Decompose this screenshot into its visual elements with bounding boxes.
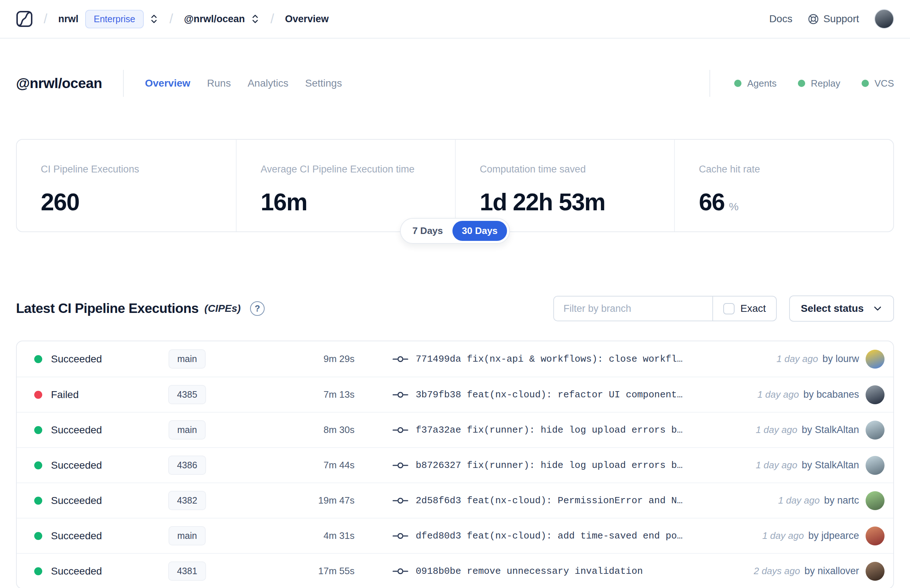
author-name: by nartc — [824, 495, 859, 506]
exact-checkbox[interactable] — [723, 303, 735, 314]
author-avatar[interactable] — [866, 385, 884, 404]
branch-badge[interactable]: main — [168, 349, 206, 368]
tab-settings[interactable]: Settings — [305, 78, 342, 89]
commit-cell[interactable]: b8726327 fix(runner): hide log upload er… — [393, 460, 756, 471]
status-select-dropdown[interactable]: Select status — [789, 296, 894, 321]
status-label: Succeeded — [51, 530, 102, 542]
table-row[interactable]: Succeeded 4382 19m 47s 2d58f6d3 feat(nx-… — [17, 483, 893, 518]
breadcrumb-page: Overview — [285, 13, 329, 25]
branch-badge[interactable]: main — [168, 420, 206, 439]
stat-value: 66% — [699, 188, 893, 216]
commit-cell[interactable]: 0918b0be remove unnecessary invalidation — [393, 566, 754, 577]
status-cell: Succeeded — [34, 460, 154, 471]
duration-cell: 19m 47s — [220, 495, 354, 506]
branch-badge[interactable]: main — [168, 526, 206, 546]
tab-analytics[interactable]: Analytics — [247, 78, 288, 89]
docs-link[interactable]: Docs — [769, 13, 792, 25]
breadcrumb-separator: / — [270, 11, 274, 27]
table-row[interactable]: Succeeded main 4m 31s dfed80d3 feat(nx-c… — [17, 518, 893, 553]
workspace-switcher-icon[interactable] — [251, 13, 260, 24]
range-30-days-button[interactable]: 30 Days — [453, 221, 507, 241]
range-7-days-button[interactable]: 7 Days — [403, 221, 453, 241]
branch-cell: 4386 — [154, 456, 220, 475]
chevron-down-icon — [873, 304, 883, 313]
meta-cell: 1 day ago by lourw — [776, 350, 884, 368]
status-label: Succeeded — [51, 424, 102, 436]
nx-cloud-logo-icon[interactable] — [16, 11, 33, 27]
breadcrumb-workspace[interactable]: @nrwl/ocean — [184, 13, 245, 25]
help-icon[interactable]: ? — [250, 301, 265, 316]
branch-cell: main — [154, 526, 220, 546]
status-vcs: VCS — [862, 78, 894, 89]
status-cell: Succeeded — [34, 530, 154, 542]
commit-cell[interactable]: 3b79fb38 feat(nx-cloud): refactor UI com… — [393, 389, 758, 400]
stat-cache-hit-rate: Cache hit rate 66% — [674, 140, 893, 231]
commit-cell[interactable]: 2d58f6d3 feat(nx-cloud): PermissionError… — [393, 495, 778, 506]
git-commit-icon — [393, 354, 408, 364]
table-row[interactable]: Succeeded main 9m 29s 771499da fix(nx-ap… — [17, 341, 893, 376]
branch-badge[interactable]: 4381 — [168, 561, 206, 581]
branch-filter-input[interactable] — [554, 297, 712, 321]
commit-message: 2d58f6d3 feat(nx-cloud): PermissionError… — [416, 495, 682, 506]
meta-cell: 1 day ago by StalkAltan — [756, 456, 884, 475]
status-label: Failed — [51, 389, 79, 401]
table-row[interactable]: Succeeded main 8m 30s f37a32ae fix(runne… — [17, 412, 893, 447]
support-label: Support — [823, 13, 859, 25]
author-avatar[interactable] — [866, 491, 884, 510]
stat-value-number: 66 — [699, 189, 724, 215]
branch-cell: 4382 — [154, 491, 220, 510]
timestamp: 1 day ago — [762, 530, 804, 541]
table-row[interactable]: Succeeded 4381 17m 55s 0918b0be remove u… — [17, 553, 893, 588]
meta-cell: 1 day ago by bcabanes — [758, 385, 884, 404]
author-avatar[interactable] — [866, 562, 884, 581]
commit-message: f37a32ae fix(runner): hide log upload er… — [416, 425, 682, 436]
status-cell: Succeeded — [34, 424, 154, 436]
author-avatar[interactable] — [866, 456, 884, 475]
status-dot-icon — [34, 567, 42, 575]
git-commit-icon — [393, 425, 408, 435]
exact-label: Exact — [740, 303, 766, 314]
author-avatar[interactable] — [866, 527, 884, 546]
org-switcher-icon[interactable] — [150, 13, 158, 24]
workspace-header: @nrwl/ocean Overview Runs Analytics Sett… — [0, 70, 910, 97]
timestamp: 1 day ago — [776, 353, 818, 365]
status-cell: Succeeded — [34, 495, 154, 507]
status-dot-icon — [34, 391, 42, 399]
timestamp: 1 day ago — [758, 389, 799, 400]
commit-cell[interactable]: f37a32ae fix(runner): hide log upload er… — [393, 425, 756, 436]
table-row[interactable]: Succeeded 4386 7m 44s b8726327 fix(runne… — [17, 447, 893, 483]
duration-cell: 17m 55s — [220, 565, 354, 577]
table-row[interactable]: Failed 4385 7m 13s 3b79fb38 feat(nx-clou… — [17, 376, 893, 412]
meta-cell: 1 day ago by jdpearce — [762, 527, 884, 546]
date-range-toggle: 7 Days 30 Days — [400, 218, 510, 244]
author-avatar[interactable] — [866, 421, 884, 439]
breadcrumb-org[interactable]: nrwl — [58, 13, 79, 25]
tab-overview[interactable]: Overview — [145, 78, 191, 89]
branch-badge[interactable]: 4386 — [168, 456, 206, 475]
duration-cell: 4m 31s — [220, 530, 354, 541]
stat-value: 260 — [41, 188, 236, 216]
branch-badge[interactable]: 4385 — [168, 385, 206, 404]
cipe-section-header: Latest CI Pipeline Executions (CIPEs) ? … — [16, 296, 894, 321]
section-subtitle: (CIPEs) — [205, 303, 241, 314]
header-divider — [123, 70, 124, 97]
enterprise-badge: Enterprise — [85, 10, 144, 28]
commit-cell[interactable]: 771499da fix(nx-api & workflows): close … — [393, 354, 776, 365]
stat-value-suffix: % — [729, 200, 739, 213]
user-avatar[interactable] — [874, 9, 894, 29]
status-label: Succeeded — [51, 353, 102, 365]
stat-label: Cache hit rate — [699, 164, 893, 175]
meta-cell: 1 day ago by nartc — [778, 491, 884, 510]
status-label: Succeeded — [51, 460, 102, 471]
support-link[interactable]: Support — [808, 13, 859, 25]
tab-runs[interactable]: Runs — [207, 78, 231, 89]
status-dot-icon — [34, 355, 42, 363]
commit-cell[interactable]: dfed80d3 feat(nx-cloud): add time-saved … — [393, 530, 762, 541]
git-commit-icon — [393, 566, 408, 577]
author-avatar[interactable] — [866, 350, 884, 368]
branch-badge[interactable]: 4382 — [168, 491, 206, 510]
status-label: Succeeded — [51, 495, 102, 507]
section-title: Latest CI Pipeline Executions — [16, 301, 199, 316]
status-replay: Replay — [798, 78, 840, 89]
cipe-filters: Exact Select status — [553, 296, 894, 321]
